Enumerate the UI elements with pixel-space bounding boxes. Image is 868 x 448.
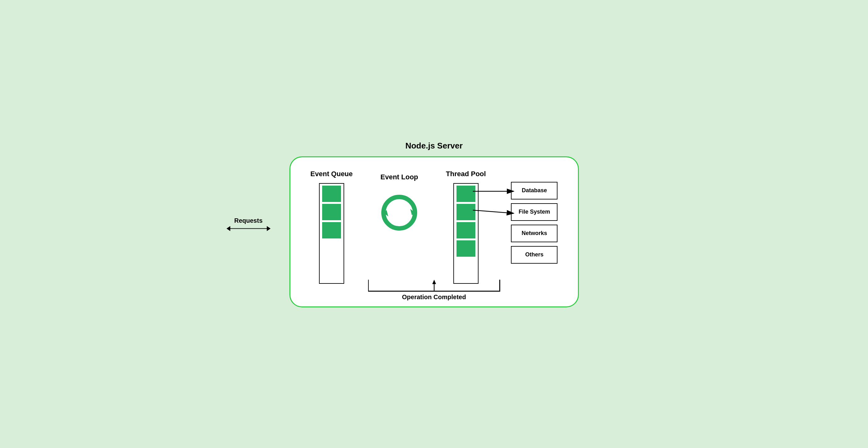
event-loop-title: Event Loop [380,173,418,181]
requests-double-arrow [226,226,271,231]
arrowhead-right [267,226,271,231]
op-left-line [368,280,369,292]
event-queue-block-1 [322,186,341,202]
thread-to-external-arrows [473,182,548,289]
event-queue-section: Event Queue [311,170,353,284]
event-queue-column [319,183,344,284]
thread-pool-title: Thread Pool [446,170,486,178]
thread-pool-block-2 [457,204,475,220]
event-loop-section: Event Loop [374,173,425,238]
thread-pool-block-3 [457,222,475,238]
requests-area: Requests [226,217,271,231]
arrow-line [230,228,267,229]
event-queue-block-3 [322,222,341,238]
server-box: Event Queue Event Loop [289,156,579,308]
svg-marker-6 [432,280,436,284]
operation-completed-area: Operation Completed [368,280,500,301]
event-loop-icon [374,188,425,238]
operation-completed-label: Operation Completed [402,293,466,301]
op-up-arrow [431,280,437,292]
event-queue-block-2 [322,204,341,220]
thread-pool-block-4 [457,241,475,257]
svg-line-3 [473,210,514,213]
arrowhead-left [226,226,230,231]
requests-label: Requests [234,217,262,224]
event-queue-title: Event Queue [311,170,353,178]
diagram-wrapper: Requests Node.js Server Event Queue Even… [283,128,585,320]
op-right-line [499,280,500,292]
thread-pool-external-wrapper: Thread Pool [446,170,557,284]
server-title: Node.js Server [289,141,579,151]
thread-pool-block-1 [457,186,475,202]
